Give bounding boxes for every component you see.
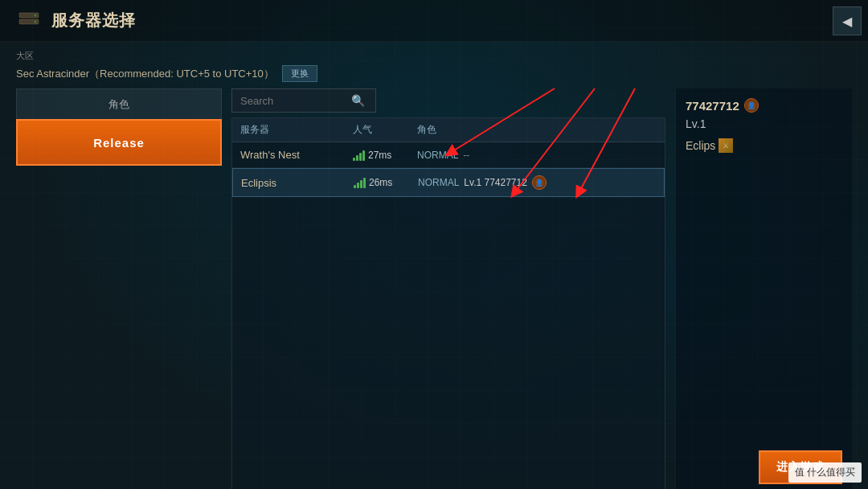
header: 服务器选择: [0, 0, 868, 42]
col-server: 服务器: [240, 123, 353, 137]
close-icon: ◀: [842, 14, 852, 29]
search-bar: 🔍: [231, 88, 376, 113]
server-table: 服务器 人气 角色 Wrath's Nest: [231, 117, 665, 489]
col-character: 角色: [417, 123, 657, 137]
svg-point-2: [35, 14, 37, 16]
close-button[interactable]: ◀: [833, 6, 862, 35]
server-name-2: Eclipsis: [241, 177, 354, 189]
server-name-1: Wrath's Nest: [240, 149, 353, 161]
content-area: 角色 Release 🔍 服务器 人气 角色 Wr: [0, 88, 868, 489]
region-section: 大区 Sec Astracinder（Recommended: UTC+5 to…: [0, 42, 868, 88]
search-icon[interactable]: 🔍: [345, 89, 371, 112]
dash-1: --: [463, 150, 469, 161]
bar3: [359, 153, 362, 161]
avatar-2: 👤: [532, 175, 547, 190]
bar2: [356, 155, 358, 161]
bar1: [353, 158, 355, 161]
watermark: 值 什么值得买: [788, 462, 862, 483]
char-info-1: NORMAL --: [417, 150, 657, 161]
status-2: NORMAL: [418, 177, 459, 188]
char-id-row: 77427712 👤: [686, 98, 842, 113]
svg-point-3: [35, 20, 37, 23]
main-container: 服务器选择 ◀ 大区 Sec Astracinder（Recommended: …: [0, 0, 868, 489]
search-input[interactable]: [232, 90, 345, 112]
char-info-2: NORMAL Lv.1 77427712 👤: [418, 175, 656, 190]
signal-bars-2: [354, 177, 366, 188]
ping-1: 27ms: [353, 150, 417, 161]
char-level-2: Lv.1 77427712: [464, 177, 527, 188]
ping-2: 26ms: [354, 177, 418, 188]
region-name: Sec Astracinder（Recommended: UTC+5 to UT…: [16, 67, 274, 81]
region-label: 大区: [16, 50, 852, 62]
server-icon: [16, 8, 42, 34]
region-row: Sec Astracinder（Recommended: UTC+5 to UT…: [16, 65, 852, 82]
table-row-selected[interactable]: Eclipsis 26ms NORMAL Lv.1 77427712: [232, 168, 665, 197]
table-header: 服务器 人气 角色: [232, 118, 665, 142]
release-button[interactable]: Release: [16, 119, 222, 166]
status-1: NORMAL: [417, 150, 458, 161]
signal-bars-1: [353, 150, 365, 161]
right-panel: 77427712 👤 Lv.1 Eclips ⚔ 进入游戏: [675, 88, 852, 489]
char-name-text: Eclips: [686, 139, 715, 152]
bar4: [363, 178, 366, 188]
table-row[interactable]: Wrath's Nest 27ms NORMAL --: [232, 142, 665, 168]
server-panel: 🔍 服务器 人气 角色 Wrath's Nest: [222, 88, 675, 489]
char-preview: 77427712 👤 Lv.1 Eclips ⚔: [686, 98, 842, 153]
change-region-button[interactable]: 更换: [282, 65, 317, 82]
character-tab[interactable]: 角色: [16, 88, 222, 119]
page-title: 服务器选择: [51, 10, 136, 31]
col-popularity: 人气: [353, 123, 417, 137]
char-level: Lv.1: [686, 117, 842, 130]
char-id: 77427712: [686, 99, 739, 113]
bar2: [357, 183, 359, 188]
bar4: [362, 150, 365, 161]
bar3: [360, 180, 362, 188]
left-panel: 角色 Release: [16, 88, 222, 489]
char-name: Eclips ⚔: [686, 138, 842, 153]
bar1: [354, 185, 356, 188]
char-class-icon: ⚔: [719, 138, 733, 153]
avatar-icon: 👤: [744, 98, 759, 113]
watermark-text: 值 什么值得买: [795, 466, 855, 478]
